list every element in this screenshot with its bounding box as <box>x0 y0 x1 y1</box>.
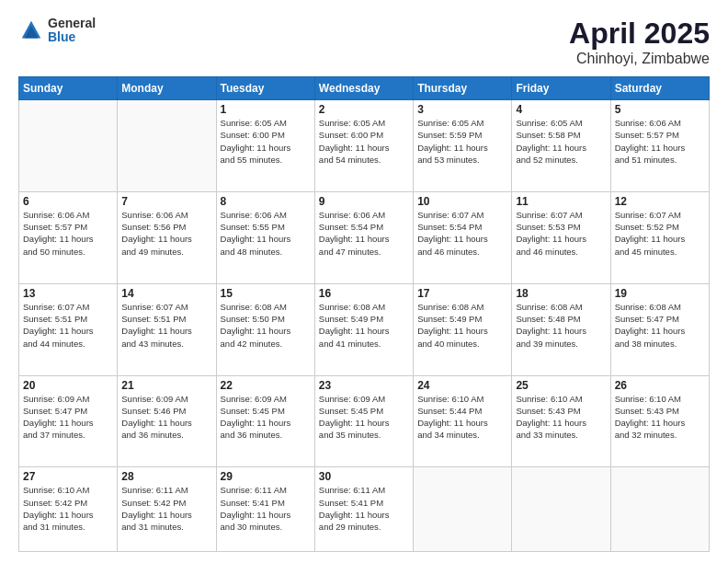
day-number: 14 <box>121 287 211 300</box>
logo-text: General Blue <box>48 17 96 45</box>
day-cell <box>414 467 512 552</box>
day-number: 27 <box>23 470 113 483</box>
day-number: 30 <box>319 470 409 483</box>
calendar-table: SundayMondayTuesdayWednesdayThursdayFrid… <box>18 76 710 552</box>
calendar-header: SundayMondayTuesdayWednesdayThursdayFrid… <box>19 77 710 100</box>
day-cell <box>19 100 118 192</box>
day-info: Sunrise: 6:11 AM Sunset: 5:42 PM Dayligh… <box>121 484 211 533</box>
week-row-1: 6Sunrise: 6:06 AM Sunset: 5:57 PM Daylig… <box>19 191 710 283</box>
day-info: Sunrise: 6:06 AM Sunset: 5:55 PM Dayligh… <box>221 209 311 258</box>
day-cell: 19Sunrise: 6:08 AM Sunset: 5:47 PM Dayli… <box>610 283 709 375</box>
day-number: 24 <box>417 379 507 392</box>
header-cell-sunday: Sunday <box>19 77 118 100</box>
day-number: 6 <box>23 195 113 208</box>
day-info: Sunrise: 6:10 AM Sunset: 5:43 PM Dayligh… <box>615 393 705 442</box>
day-info: Sunrise: 6:07 AM Sunset: 5:54 PM Dayligh… <box>417 209 507 258</box>
day-info: Sunrise: 6:09 AM Sunset: 5:47 PM Dayligh… <box>23 393 113 442</box>
day-cell <box>610 467 709 552</box>
header-row: SundayMondayTuesdayWednesdayThursdayFrid… <box>19 77 710 100</box>
day-number: 3 <box>417 103 507 116</box>
day-info: Sunrise: 6:11 AM Sunset: 5:41 PM Dayligh… <box>319 484 409 533</box>
day-cell: 9Sunrise: 6:06 AM Sunset: 5:54 PM Daylig… <box>314 191 413 283</box>
day-cell: 5Sunrise: 6:06 AM Sunset: 5:57 PM Daylig… <box>610 100 709 192</box>
day-info: Sunrise: 6:09 AM Sunset: 5:45 PM Dayligh… <box>221 393 311 442</box>
day-info: Sunrise: 6:06 AM Sunset: 5:54 PM Dayligh… <box>319 209 409 258</box>
day-number: 9 <box>319 195 409 208</box>
day-info: Sunrise: 6:07 AM Sunset: 5:53 PM Dayligh… <box>516 209 606 258</box>
day-cell: 27Sunrise: 6:10 AM Sunset: 5:42 PM Dayli… <box>19 467 118 552</box>
day-info: Sunrise: 6:08 AM Sunset: 5:49 PM Dayligh… <box>319 301 409 350</box>
header-cell-thursday: Thursday <box>414 77 512 100</box>
day-info: Sunrise: 6:05 AM Sunset: 5:58 PM Dayligh… <box>516 117 606 166</box>
header: General Blue April 2025 Chinhoyi, Zimbab… <box>18 17 710 67</box>
day-cell: 6Sunrise: 6:06 AM Sunset: 5:57 PM Daylig… <box>19 191 118 283</box>
day-cell: 3Sunrise: 6:05 AM Sunset: 5:59 PM Daylig… <box>414 100 512 192</box>
day-info: Sunrise: 6:06 AM Sunset: 5:56 PM Dayligh… <box>121 209 211 258</box>
day-info: Sunrise: 6:11 AM Sunset: 5:41 PM Dayligh… <box>221 484 311 533</box>
day-info: Sunrise: 6:05 AM Sunset: 6:00 PM Dayligh… <box>319 117 409 166</box>
day-cell: 16Sunrise: 6:08 AM Sunset: 5:49 PM Dayli… <box>314 283 413 375</box>
day-cell <box>118 100 216 192</box>
logo-blue: Blue <box>48 30 96 44</box>
day-number: 8 <box>221 195 311 208</box>
day-cell: 28Sunrise: 6:11 AM Sunset: 5:42 PM Dayli… <box>118 467 216 552</box>
logo-icon <box>18 17 44 43</box>
day-cell: 22Sunrise: 6:09 AM Sunset: 5:45 PM Dayli… <box>216 375 314 467</box>
calendar-body: 1Sunrise: 6:05 AM Sunset: 6:00 PM Daylig… <box>19 100 710 552</box>
day-cell: 10Sunrise: 6:07 AM Sunset: 5:54 PM Dayli… <box>414 191 512 283</box>
day-number: 11 <box>516 195 606 208</box>
day-cell: 26Sunrise: 6:10 AM Sunset: 5:43 PM Dayli… <box>610 375 709 467</box>
header-cell-monday: Monday <box>118 77 216 100</box>
day-info: Sunrise: 6:06 AM Sunset: 5:57 PM Dayligh… <box>23 209 113 258</box>
day-info: Sunrise: 6:10 AM Sunset: 5:43 PM Dayligh… <box>516 393 606 442</box>
day-number: 2 <box>319 103 409 116</box>
title-block: April 2025 Chinhoyi, Zimbabwe <box>569 17 710 67</box>
day-number: 22 <box>221 379 311 392</box>
main-title: April 2025 <box>569 17 710 51</box>
day-cell: 30Sunrise: 6:11 AM Sunset: 5:41 PM Dayli… <box>314 467 413 552</box>
day-number: 15 <box>221 287 311 300</box>
day-info: Sunrise: 6:09 AM Sunset: 5:45 PM Dayligh… <box>319 393 409 442</box>
day-cell: 7Sunrise: 6:06 AM Sunset: 5:56 PM Daylig… <box>118 191 216 283</box>
day-number: 12 <box>615 195 705 208</box>
day-number: 28 <box>121 470 211 483</box>
day-number: 21 <box>121 379 211 392</box>
day-cell: 24Sunrise: 6:10 AM Sunset: 5:44 PM Dayli… <box>414 375 512 467</box>
header-cell-saturday: Saturday <box>610 77 709 100</box>
day-info: Sunrise: 6:08 AM Sunset: 5:49 PM Dayligh… <box>417 301 507 350</box>
day-cell: 29Sunrise: 6:11 AM Sunset: 5:41 PM Dayli… <box>216 467 314 552</box>
day-number: 13 <box>23 287 113 300</box>
day-info: Sunrise: 6:08 AM Sunset: 5:48 PM Dayligh… <box>516 301 606 350</box>
week-row-2: 13Sunrise: 6:07 AM Sunset: 5:51 PM Dayli… <box>19 283 710 375</box>
day-info: Sunrise: 6:10 AM Sunset: 5:42 PM Dayligh… <box>23 484 113 533</box>
day-info: Sunrise: 6:05 AM Sunset: 5:59 PM Dayligh… <box>417 117 507 166</box>
day-info: Sunrise: 6:07 AM Sunset: 5:52 PM Dayligh… <box>615 209 705 258</box>
header-cell-tuesday: Tuesday <box>216 77 314 100</box>
day-info: Sunrise: 6:09 AM Sunset: 5:46 PM Dayligh… <box>121 393 211 442</box>
day-number: 19 <box>615 287 705 300</box>
day-info: Sunrise: 6:05 AM Sunset: 6:00 PM Dayligh… <box>221 117 311 166</box>
day-number: 7 <box>121 195 211 208</box>
day-cell: 13Sunrise: 6:07 AM Sunset: 5:51 PM Dayli… <box>19 283 118 375</box>
day-number: 1 <box>221 103 311 116</box>
day-cell: 18Sunrise: 6:08 AM Sunset: 5:48 PM Dayli… <box>512 283 610 375</box>
header-cell-friday: Friday <box>512 77 610 100</box>
day-cell: 4Sunrise: 6:05 AM Sunset: 5:58 PM Daylig… <box>512 100 610 192</box>
header-cell-wednesday: Wednesday <box>314 77 413 100</box>
day-info: Sunrise: 6:07 AM Sunset: 5:51 PM Dayligh… <box>121 301 211 350</box>
sub-title: Chinhoyi, Zimbabwe <box>569 51 710 67</box>
day-number: 5 <box>615 103 705 116</box>
day-cell: 17Sunrise: 6:08 AM Sunset: 5:49 PM Dayli… <box>414 283 512 375</box>
day-number: 16 <box>319 287 409 300</box>
day-cell: 8Sunrise: 6:06 AM Sunset: 5:55 PM Daylig… <box>216 191 314 283</box>
day-cell: 12Sunrise: 6:07 AM Sunset: 5:52 PM Dayli… <box>610 191 709 283</box>
day-cell: 11Sunrise: 6:07 AM Sunset: 5:53 PM Dayli… <box>512 191 610 283</box>
logo: General Blue <box>18 17 96 45</box>
day-number: 23 <box>319 379 409 392</box>
day-number: 17 <box>417 287 507 300</box>
day-number: 25 <box>516 379 606 392</box>
day-info: Sunrise: 6:07 AM Sunset: 5:51 PM Dayligh… <box>23 301 113 350</box>
day-cell: 25Sunrise: 6:10 AM Sunset: 5:43 PM Dayli… <box>512 375 610 467</box>
day-info: Sunrise: 6:10 AM Sunset: 5:44 PM Dayligh… <box>417 393 507 442</box>
day-cell: 2Sunrise: 6:05 AM Sunset: 6:00 PM Daylig… <box>314 100 413 192</box>
